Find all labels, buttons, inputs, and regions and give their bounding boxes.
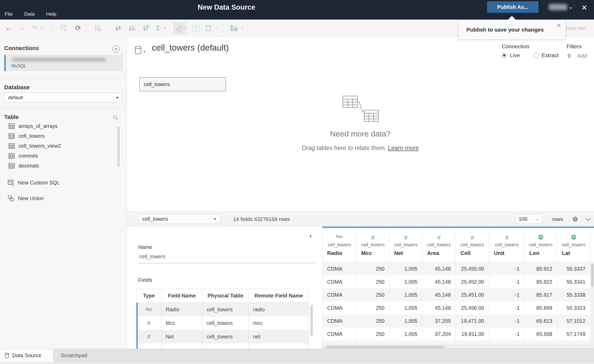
menu-file[interactable]: File xyxy=(5,11,13,17)
show-me-panel-icon[interactable] xyxy=(227,20,241,37)
grid-row[interactable]: CDMA2501,00537,20519,471.00-165.61357.10… xyxy=(322,314,594,327)
grid-horizontal-scrollbar-thumb[interactable] xyxy=(326,346,445,348)
close-window-icon[interactable]: ✕ xyxy=(581,3,587,12)
row-limit-input[interactable]: 100 → xyxy=(515,214,542,224)
grid-column-header-Net[interactable]: #cell_towersNet xyxy=(389,226,422,262)
field-row-accent xyxy=(136,303,138,316)
field-row-Radio[interactable]: AbcRadiocell_towersradio xyxy=(136,303,309,316)
field-cell: Abc xyxy=(136,303,161,316)
tab-data-source[interactable]: Data Source xyxy=(0,349,53,362)
grid-vertical-scrollbar-thumb[interactable] xyxy=(591,264,593,287)
fit-view-icon[interactable] xyxy=(204,20,214,37)
highlight-caret-icon[interactable]: ▾ xyxy=(185,20,187,37)
account-name-blurred[interactable] xyxy=(549,4,567,10)
grid-column-header-Unit[interactable]: #cell_towersUnit xyxy=(489,226,525,262)
apply-row-limit-icon[interactable]: → xyxy=(535,216,539,222)
connection-item[interactable]: MySQL xyxy=(4,55,123,71)
datasource-cylinder-icon[interactable] xyxy=(135,46,142,56)
rows-label: rows xyxy=(552,212,563,227)
radio-unselected-icon[interactable] xyxy=(533,53,539,58)
publish-tooltip: Publish to save your changes ✕ xyxy=(458,20,566,40)
grid-cell: -1 xyxy=(489,314,525,327)
grid-row[interactable]: CDMA2501,00537,20419,811.00-165.56857.17… xyxy=(322,327,594,341)
grid-row[interactable]: CDMA2501,00545,14825,451.00-185.91755.33… xyxy=(322,288,594,301)
account-caret-icon[interactable]: ▾ xyxy=(570,6,572,10)
column-name-label: Area xyxy=(422,250,455,256)
grid-row[interactable]: CDMA2501,00545,14825,455.00-185.91255.33… xyxy=(322,262,594,275)
show-me-caret-icon[interactable]: ▾ xyxy=(242,20,243,37)
connection-live-radio[interactable]: Live xyxy=(502,52,520,58)
field-cell: Mcc xyxy=(161,316,202,330)
table-grid-icon xyxy=(9,133,15,139)
name-input[interactable]: cell_towers xyxy=(139,254,165,260)
add-connection-icon[interactable]: + xyxy=(112,45,120,53)
database-select[interactable]: default ▼ xyxy=(4,93,122,103)
new-custom-sql-button[interactable]: New Custom SQL xyxy=(0,177,60,188)
field-row-Mcc[interactable]: #Mcccell_towersmcc xyxy=(136,316,309,330)
grid-column-header-Cell[interactable]: #cell_towersCell xyxy=(456,226,489,262)
table-item-decimals[interactable]: decimals xyxy=(0,161,127,171)
grid-cell: 250 xyxy=(357,262,389,275)
grid-cell: 55.3338 xyxy=(557,288,590,301)
redo-caret-icon[interactable]: ▾ xyxy=(41,20,43,37)
back-icon[interactable]: ← xyxy=(3,20,15,37)
tooltip-close-icon[interactable]: ✕ xyxy=(556,22,561,29)
swap-rows-columns-icon[interactable]: ⇄ xyxy=(112,20,125,37)
search-tables-icon[interactable] xyxy=(113,115,118,122)
table-item-cell_towers[interactable]: cell_towers xyxy=(0,131,127,141)
datasource-caret-icon[interactable]: ▾ xyxy=(143,50,145,53)
grid-vertical-scrollbar[interactable] xyxy=(591,262,594,345)
table-node-cell-towers[interactable]: cell_towers xyxy=(139,77,226,91)
grid-column-header-Mcc[interactable]: #cell_towersMcc xyxy=(357,226,389,262)
collapse-panel-icon[interactable]: ‹ xyxy=(309,231,312,240)
grid-horizontal-scrollbar[interactable] xyxy=(322,345,594,349)
redo-icon[interactable]: ↷ xyxy=(29,20,40,37)
pause-auto-updates-icon[interactable] xyxy=(58,20,70,37)
text-annotation-icon[interactable]: T xyxy=(190,20,202,37)
connection-type-label: MySQL xyxy=(11,63,26,69)
grid-cell: 55.3341 xyxy=(557,275,590,288)
totals-caret-icon[interactable]: ▾ xyxy=(164,20,165,37)
show-me-label[interactable]: Show Me xyxy=(562,20,585,37)
grid-column-header-Lat[interactable]: cell_towersLat xyxy=(557,226,590,262)
radio-selected-icon[interactable] xyxy=(502,53,507,58)
sidebar-scrollbar-thumb[interactable] xyxy=(117,127,120,167)
forward-icon[interactable]: → xyxy=(16,20,28,37)
tab-scratchpad[interactable]: Scratchpad xyxy=(53,349,145,362)
name-input-underline xyxy=(138,263,315,263)
column-table-label: cell_towers xyxy=(489,242,524,248)
learn-more-link[interactable]: Learn more xyxy=(388,145,419,151)
grid-row[interactable]: CDMA2501,00545,14825,452.00-185.92255.33… xyxy=(322,275,594,288)
publish-as-button[interactable]: Publish As... xyxy=(487,1,538,13)
grid-cell: 85.922 xyxy=(525,275,557,288)
gear-icon[interactable] xyxy=(572,216,579,224)
clear-sheet-icon[interactable] xyxy=(92,20,105,37)
filters-add-link[interactable]: Add xyxy=(577,53,587,59)
grid-column-header-Radio[interactable]: Abccell_towersRadio xyxy=(322,226,357,262)
sort-ascending-icon[interactable] xyxy=(126,20,139,37)
grid-column-header-Area[interactable]: #cell_towersArea xyxy=(422,226,456,262)
grid-column-header-Lon[interactable]: cell_towersLon xyxy=(525,226,557,262)
menu-help[interactable]: Help xyxy=(46,11,56,17)
collapse-preview-chevron-icon[interactable] xyxy=(585,217,591,222)
grid-row[interactable]: CDMA2501,00545,14825,456.00-185.89955.33… xyxy=(322,301,594,314)
field-cell: mcc xyxy=(249,316,309,330)
fit-view-caret-icon[interactable]: ▾ xyxy=(215,20,217,37)
new-union-button[interactable]: New Union xyxy=(0,193,44,204)
statusbar xyxy=(0,362,594,364)
menu-data[interactable]: Data xyxy=(24,11,35,17)
table-item-arrays_of_arrays[interactable]: arrays_of_arrays xyxy=(0,121,127,131)
connection-extract-radio[interactable]: Extract xyxy=(533,52,559,58)
totals-sigma-icon[interactable]: Σ xyxy=(153,20,163,37)
grid-cell: CDMA xyxy=(322,314,357,327)
fields-scrollbar-thumb[interactable] xyxy=(310,305,313,336)
preview-table-select[interactable]: cell_towers ▼ xyxy=(138,214,220,224)
highlight-icon[interactable] xyxy=(174,20,184,37)
column-name-label: Mcc xyxy=(357,250,389,256)
field-row-Net[interactable]: #Netcell_towersnet xyxy=(136,330,309,343)
refresh-data-icon[interactable]: ⟳ xyxy=(72,20,84,37)
table-item-commits[interactable]: commits xyxy=(0,151,127,161)
table-item-label: cell_towers_view2 xyxy=(19,143,61,149)
sort-descending-icon[interactable] xyxy=(140,20,153,37)
table-item-cell_towers_view2[interactable]: cell_towers_view2 xyxy=(0,141,127,151)
